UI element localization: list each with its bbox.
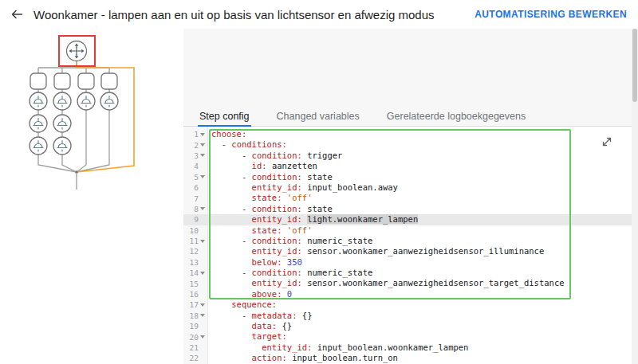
code-line[interactable]: sequence: — [208, 299, 638, 310]
code-line[interactable]: choose: — [208, 129, 638, 139]
line-number: 8 — [187, 205, 199, 213]
gutter-row: 22 — [183, 353, 207, 363]
fold-spacer — [199, 258, 207, 266]
code-line[interactable]: data: {} — [208, 321, 638, 331]
line-number: 14 — [187, 268, 199, 277]
line-number: 3 — [187, 151, 199, 160]
code-line[interactable]: - condition: state — [208, 172, 638, 182]
code-line[interactable]: state: 'off' — [208, 225, 638, 236]
tab-step-config[interactable]: Step config — [198, 106, 251, 126]
line-number: 6 — [187, 183, 199, 192]
line-number: 18 — [187, 311, 199, 320]
fold-toggle-icon[interactable] — [199, 311, 207, 319]
option-node[interactable] — [101, 73, 117, 89]
option-node[interactable] — [30, 73, 46, 89]
code-line[interactable]: below: 350 — [208, 257, 638, 268]
scrollbar-thumb[interactable] — [632, 29, 637, 102]
gutter-row: 5 — [183, 172, 207, 182]
editor-gutter: 12345678910111213141516171819202122 — [183, 127, 208, 364]
code-line[interactable]: entity_id: input_boolean.woonkamer_lampe… — [208, 342, 638, 353]
code-line[interactable]: - condition: trigger — [208, 151, 638, 161]
edit-automation-link[interactable]: AUTOMATISERING BEWERKEN — [475, 9, 627, 20]
code-line[interactable]: target: — [208, 331, 638, 342]
gutter-row: 9 — [183, 214, 207, 225]
code-line[interactable]: entity_id: light.woonkamer_lampen — [208, 214, 638, 225]
fold-spacer — [199, 216, 207, 224]
header: Woonkamer - lampen aan en uit op basis v… — [0, 0, 638, 29]
fold-toggle-icon[interactable] — [199, 141, 207, 149]
gutter-row: 1 — [183, 129, 207, 139]
lamp-node[interactable] — [53, 92, 71, 110]
lamp-node[interactable] — [53, 137, 71, 155]
automation-graph — [0, 32, 183, 201]
expand-editor-button[interactable] — [597, 131, 617, 152]
gutter-row: 21 — [183, 342, 207, 353]
fold-toggle-icon[interactable] — [199, 333, 207, 341]
trace-detail-panel: Step configChanged variablesGerelateerde… — [183, 29, 638, 364]
line-number: 10 — [187, 226, 199, 235]
option-node[interactable] — [54, 73, 70, 89]
back-button[interactable] — [3, 1, 30, 28]
code-line[interactable]: - condition: state — [208, 204, 638, 214]
code-line[interactable]: state: 'off' — [208, 193, 638, 203]
fold-toggle-icon[interactable] — [199, 205, 207, 213]
tabs: Step configChanged variablesGerelateerde… — [183, 106, 638, 127]
fold-toggle-icon[interactable] — [199, 151, 207, 159]
lamp-node[interactable] — [30, 115, 47, 132]
code-line[interactable]: - conditions: — [208, 139, 638, 150]
lamp-node[interactable] — [77, 92, 95, 110]
gutter-row: 2 — [183, 139, 207, 150]
gutter-row: 16 — [183, 289, 207, 299]
gutter-row: 18 — [183, 311, 207, 321]
gutter-row: 17 — [183, 299, 207, 310]
line-number: 20 — [187, 333, 199, 342]
tab-gerelateerde-logboekgegevens[interactable]: Gerelateerde logboekgegevens — [385, 106, 527, 126]
code-line[interactable]: - condition: numeric_state — [208, 236, 638, 246]
page-scrollbar — [632, 29, 638, 364]
fold-toggle-icon[interactable] — [199, 237, 207, 245]
page-title: Woonkamer - lampen aan en uit op basis v… — [33, 8, 435, 22]
selected-token[interactable]: light.woonkamer_lampen — [307, 214, 418, 224]
lamp-node[interactable] — [30, 137, 47, 155]
fold-toggle-icon[interactable] — [199, 269, 207, 277]
fold-toggle-icon[interactable] — [199, 173, 207, 181]
line-number: 11 — [187, 237, 199, 245]
fold-spacer — [199, 248, 207, 256]
line-number: 5 — [187, 173, 199, 182]
fold-toggle-icon[interactable] — [199, 301, 207, 309]
code-line[interactable]: id: aanzetten — [208, 161, 638, 171]
gutter-row: 13 — [183, 257, 207, 268]
fold-spacer — [199, 280, 207, 288]
code-line[interactable]: action: input_boolean.turn_on — [208, 353, 638, 363]
fold-spacer — [199, 323, 207, 331]
code-line[interactable]: entity_id: sensor.woonkamer_aanwezigheid… — [208, 278, 638, 288]
gutter-row: 4 — [183, 161, 207, 171]
option-node[interactable] — [78, 73, 94, 89]
gutter-row: 8 — [183, 204, 207, 214]
line-number: 16 — [187, 290, 199, 299]
line-number: 7 — [187, 194, 199, 203]
line-number: 17 — [187, 300, 199, 309]
editor-code[interactable]: choose: - conditions: - condition: trigg… — [208, 127, 638, 364]
gutter-row: 7 — [183, 193, 207, 203]
fold-spacer — [199, 344, 207, 352]
code-line[interactable]: entity_id: input_boolean.away — [208, 182, 638, 193]
graph-nodes — [30, 73, 118, 155]
lamp-node[interactable] — [100, 92, 118, 110]
lamp-node[interactable] — [30, 92, 47, 110]
gutter-row: 6 — [183, 182, 207, 193]
fold-toggle-icon[interactable] — [199, 131, 207, 139]
lamp-node[interactable] — [53, 115, 71, 132]
merge-point — [75, 170, 78, 174]
line-number: 13 — [187, 258, 199, 267]
gutter-row: 11 — [183, 236, 207, 246]
yaml-editor[interactable]: 12345678910111213141516171819202122 choo… — [183, 127, 638, 364]
tab-changed-variables[interactable]: Changed variables — [275, 106, 361, 126]
root-move-node[interactable] — [67, 41, 87, 61]
code-line[interactable]: - condition: numeric_state — [208, 268, 638, 278]
gutter-row: 20 — [183, 331, 207, 342]
code-line[interactable]: - metadata: {} — [208, 311, 638, 321]
code-line[interactable]: above: 0 — [208, 289, 638, 299]
code-line[interactable]: entity_id: sensor.woonkamer_aanwezigheid… — [208, 246, 638, 256]
line-number: 9 — [187, 215, 199, 224]
